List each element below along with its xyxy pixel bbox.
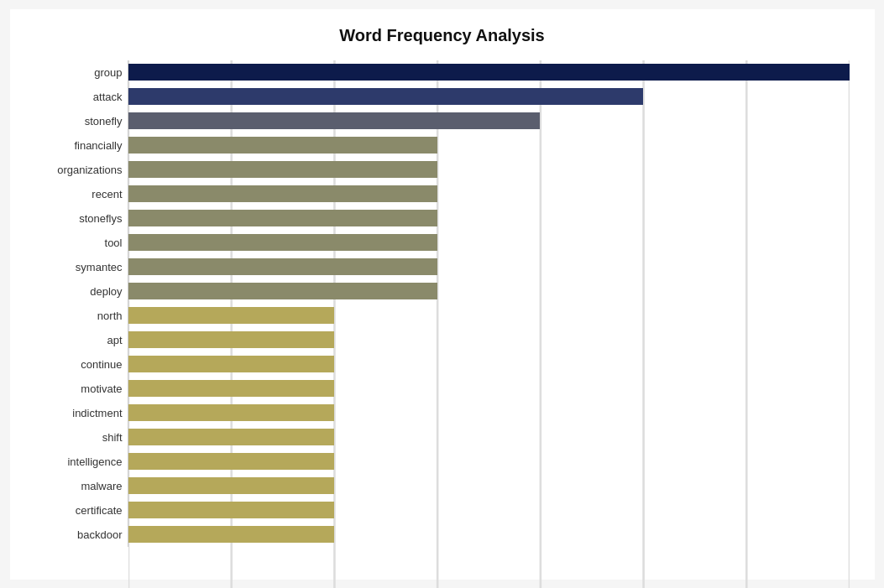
bar-row <box>128 86 850 107</box>
bar-row <box>128 304 850 326</box>
bar-row <box>128 450 850 472</box>
y-label: apt <box>35 329 123 351</box>
y-label: motivate <box>35 377 123 399</box>
y-label: symantec <box>35 256 123 278</box>
bar <box>128 234 437 251</box>
bar-row <box>128 207 850 229</box>
y-label: deploy <box>35 280 123 302</box>
bar <box>128 112 541 129</box>
bar-row <box>128 402 850 424</box>
bars-area <box>128 60 850 547</box>
y-label: stoneflys <box>35 207 123 229</box>
y-label: group <box>35 61 123 83</box>
bar-row <box>128 134 850 156</box>
y-label: north <box>35 304 123 326</box>
y-label: tool <box>35 232 123 253</box>
bar-row <box>128 329 850 351</box>
bar <box>128 404 334 421</box>
y-label: certificate <box>35 499 123 521</box>
bar <box>128 380 334 397</box>
bar <box>128 453 334 470</box>
bar <box>128 161 437 178</box>
bar <box>128 185 437 202</box>
y-label: malware <box>35 475 123 497</box>
bar <box>128 429 334 445</box>
bar-row <box>128 61 850 83</box>
bar <box>128 356 334 372</box>
bar-row <box>128 377 850 399</box>
chart-area: groupattackstoneflyfinanciallyorganizati… <box>35 60 850 547</box>
bar-row <box>128 499 850 521</box>
bar <box>128 258 437 275</box>
y-label: backdoor <box>35 523 123 545</box>
bar <box>128 502 334 518</box>
bar <box>128 88 644 105</box>
bar-row <box>128 159 850 180</box>
y-label: organizations <box>35 159 123 180</box>
y-label: recent <box>35 183 123 205</box>
y-label: continue <box>35 353 123 375</box>
bar <box>128 307 334 324</box>
bar <box>128 210 437 226</box>
chart-title: Word Frequency Analysis <box>35 26 850 45</box>
y-label: stonefly <box>35 110 123 132</box>
y-label: indictment <box>35 402 123 424</box>
y-label: intelligence <box>35 450 123 472</box>
y-label: attack <box>35 86 123 107</box>
bar-row <box>128 232 850 253</box>
y-label: financially <box>35 134 123 156</box>
bar <box>128 283 437 299</box>
bar <box>128 526 334 543</box>
bar-row <box>128 110 850 132</box>
chart-container: Word Frequency Analysis groupattackstone… <box>10 9 875 580</box>
y-label: shift <box>35 426 123 448</box>
bar <box>128 137 437 154</box>
bar-row <box>128 256 850 278</box>
bar-row <box>128 353 850 375</box>
bar <box>128 477 334 494</box>
bar-row <box>128 426 850 448</box>
bar-row <box>128 523 850 545</box>
bar-row <box>128 475 850 497</box>
y-labels: groupattackstoneflyfinanciallyorganizati… <box>35 60 128 547</box>
bar <box>128 64 850 81</box>
bar <box>128 331 334 348</box>
bar-row <box>128 183 850 205</box>
bar-row <box>128 280 850 302</box>
